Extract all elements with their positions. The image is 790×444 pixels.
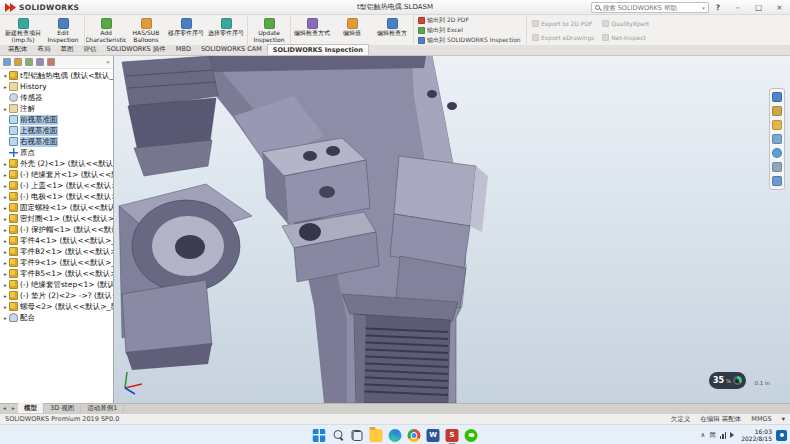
tree-item[interactable]: ▸ History (0, 81, 113, 92)
tree-item[interactable]: ▸ 零件B2<1> (默认<<默认>_显示状态 1>) (0, 246, 113, 257)
tree-item[interactable]: ▸ (-) 绝缘套片<1> (默认<<默认>_显示状态 1>) (0, 169, 113, 180)
ribbon-tab[interactable]: 评估 (79, 44, 102, 55)
start-button-icon[interactable] (313, 429, 326, 442)
appearances-icon[interactable] (772, 148, 782, 158)
tree-expand-arrow-icon[interactable]: ▾ (2, 73, 9, 79)
close-button[interactable]: × (769, 0, 790, 15)
resources-icon[interactable] (772, 92, 782, 102)
propertymanager-tab-icon[interactable] (14, 58, 22, 66)
tree-expand-arrow-icon[interactable]: ▸ (2, 194, 9, 200)
ribbon-export-button[interactable]: Net-Inspect (602, 30, 649, 44)
forum-icon[interactable] (772, 176, 782, 186)
notification-center-icon[interactable] (776, 430, 787, 441)
ribbon-tab[interactable]: 草图 (56, 44, 79, 55)
ribbon-button[interactable]: 新建检查项目 (imp.fs) (3, 16, 43, 44)
tree-expand-arrow-icon[interactable]: ▸ (2, 227, 9, 233)
help-search-box[interactable]: ▾ (591, 2, 709, 13)
chrome-browser-icon[interactable] (408, 429, 421, 442)
taskbar-search-icon[interactable] (332, 429, 345, 442)
ribbon-tab[interactable]: SOLIDWORKS 插件 (102, 44, 171, 55)
tree-expand-arrow-icon[interactable]: ▸ (2, 304, 9, 310)
search-input[interactable] (603, 4, 699, 12)
search-chevron-icon[interactable]: ▾ (702, 5, 705, 11)
tabs-scroll-right-icon[interactable]: ▸ (9, 403, 18, 413)
ribbon-tab[interactable]: SOLIDWORKS CAM (196, 44, 267, 55)
tree-expand-arrow-icon[interactable]: ▸ (2, 249, 9, 255)
tree-item[interactable]: ▸ 外壳 (2)<1> (默认<<默认>_显示状态 1>) (0, 158, 113, 169)
ribbon-export-button[interactable]: Export to 2D PDF (532, 16, 594, 30)
dimxpertmanager-tab-icon[interactable] (36, 58, 44, 66)
cad-model-svg[interactable] (114, 56, 790, 403)
featuremanager-tree-tab-icon[interactable] (3, 58, 11, 66)
tree-item[interactable]: ▸ 零件4<1> (默认<<默认>_显示状态 1>) (0, 235, 113, 246)
tree-expand-arrow-icon[interactable]: ▸ (2, 161, 9, 167)
ribbon-button[interactable]: 编辑值 (332, 16, 372, 44)
tree-item[interactable]: ▸ (-) 保护帽<1> (默认<<默认>_显示状态 1>) (0, 224, 113, 235)
tree-item[interactable]: 传感器 (0, 92, 113, 103)
volume-icon[interactable] (730, 432, 737, 438)
minimize-button[interactable]: – (727, 0, 748, 15)
custom-properties-icon[interactable] (772, 162, 782, 172)
wechat-app-icon[interactable] (465, 429, 478, 442)
ribbon-export-item[interactable]: 输出到 Excel (418, 26, 522, 34)
tree-item[interactable]: ▸ (-) 垫片 (2)<2> ->? (默认<<默认>_显示状态 1>) (0, 290, 113, 301)
ribbon-button[interactable]: HAS/SUB Balloons (126, 16, 166, 44)
word-app-icon[interactable] (427, 429, 440, 442)
tree-item[interactable]: ▸ 密封圈<1> (默认<<默认>_显示状态 1>) (0, 213, 113, 224)
ribbon-button[interactable]: Add Characteristic (86, 16, 126, 44)
tree-expand-arrow-icon[interactable]: ▸ (2, 205, 9, 211)
view-palette-icon[interactable] (772, 134, 782, 144)
tree-expand-arrow-icon[interactable]: ▸ (2, 271, 9, 277)
clock[interactable]: 16:03 2022/8/15 (741, 428, 772, 442)
tree-item[interactable]: 前视基准面 (0, 114, 113, 125)
tree-item[interactable]: ▾ t型铝触热电偶 (默认<默认_显示状态-1>) (0, 70, 113, 81)
ribbon-button[interactable]: 编辑检查方 (372, 16, 412, 44)
tabs-scroll-left-icon[interactable]: ◂ (0, 403, 9, 413)
tree-expand-arrow-icon[interactable]: ▸ (2, 106, 9, 112)
tree-item[interactable]: ▸ (-) 绝缘套管step<1> (默认<<默认>_显示状态 1>) (0, 279, 113, 290)
tree-expand-arrow-icon[interactable]: ▸ (2, 216, 9, 222)
ribbon-button[interactable]: 编辑检查方式 (292, 16, 332, 44)
tray-chevron-icon[interactable]: ∧ (700, 431, 705, 439)
design-library-icon[interactable] (772, 106, 782, 116)
ribbon-export-button[interactable]: QualityXpert (602, 16, 649, 30)
tree-item[interactable]: 原点 (0, 147, 113, 158)
configurationmanager-tab-icon[interactable] (25, 58, 33, 66)
tree-expand-arrow-icon[interactable]: ▸ (2, 238, 9, 244)
file-explorer-icon[interactable] (772, 120, 782, 130)
ribbon-button[interactable]: 移序零件序号 (166, 16, 206, 44)
ribbon-tab[interactable]: MBD (171, 44, 196, 55)
displaymanager-tab-icon[interactable] (47, 58, 55, 66)
help-icon[interactable]: ? (716, 3, 720, 12)
file-explorer-taskbar-icon[interactable] (370, 429, 383, 442)
ribbon-tab[interactable]: SOLIDWORKS Inspection (267, 44, 369, 55)
tree-expand-arrow-icon[interactable]: ▸ (2, 172, 9, 178)
ribbon-button[interactable]: 选择零件序号 (206, 16, 246, 44)
maximize-button[interactable]: □ (748, 0, 769, 15)
solidworks-app-icon[interactable] (446, 429, 459, 442)
tree-item[interactable]: ▸ (-) 电极<1> (默认<<默认>_显示状态 1>) (0, 191, 113, 202)
tree-item[interactable]: 上视基准面 (0, 125, 113, 136)
tree-item[interactable]: ▸ 注解 (0, 103, 113, 114)
tree-item[interactable]: ▸ 固定螺栓<1> (默认<<默认>_显示状态 1>) (0, 202, 113, 213)
model-tab[interactable]: 模型 (18, 403, 44, 413)
ribbon-button[interactable]: Update Inspection (249, 16, 289, 44)
ime-indicator[interactable]: 简 (709, 431, 716, 440)
tree-expand-arrow-icon[interactable]: ▸ (2, 260, 9, 266)
tree-item[interactable]: ▸ 螺母<2> (默认<<默认>_显示状态 1>) (0, 301, 113, 312)
model-tab[interactable]: 运动算例1 (81, 403, 124, 413)
viewport-3d[interactable]: 35 % 0.1 in (114, 56, 790, 403)
model-tab[interactable]: 3D 视图 (44, 403, 81, 413)
ribbon-export-button[interactable]: Export eDrawings (532, 30, 594, 44)
tree-item[interactable]: ▸ 零件9<1> (默认<<默认>_显示状态 1>) (0, 257, 113, 268)
ribbon-tab[interactable]: 装配体 (3, 44, 33, 55)
panel-more-chevron-icon[interactable]: » (106, 58, 110, 66)
tree-item[interactable]: ▸ 配合 (0, 312, 113, 323)
tree-expand-arrow-icon[interactable]: ▸ (2, 293, 9, 299)
tree-expand-arrow-icon[interactable]: ▸ (2, 183, 9, 189)
ribbon-tab[interactable]: 布局 (33, 44, 56, 55)
ribbon-export-item[interactable]: 输出到 SOLIDWORKS Inspection 项目 (418, 36, 522, 44)
task-view-icon[interactable] (351, 429, 364, 442)
edge-browser-icon[interactable] (389, 429, 402, 442)
tree-expand-arrow-icon[interactable]: ▸ (2, 282, 9, 288)
